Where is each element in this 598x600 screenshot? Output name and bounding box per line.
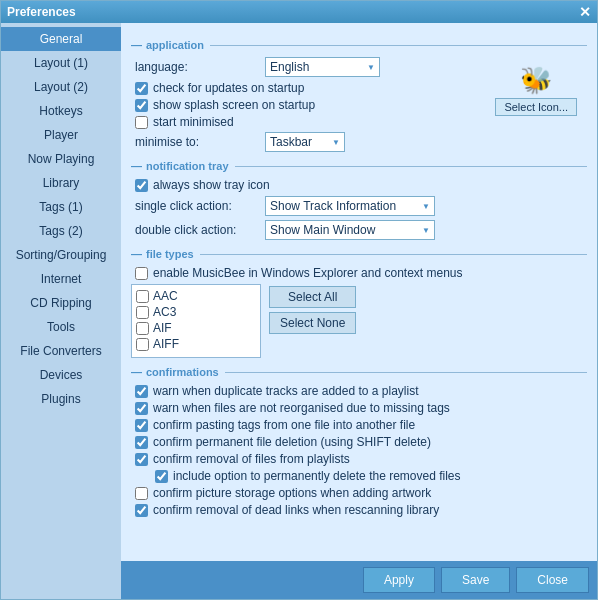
start-minimised-label: start minimised [153, 115, 234, 129]
confirm-checkbox-3[interactable] [135, 436, 148, 449]
file-type-aif-label: AIF [153, 321, 172, 335]
enable-explorer-label: enable MusicBee in Windows Explorer and … [153, 266, 463, 280]
start-minimised-checkbox[interactable] [135, 116, 148, 129]
file-type-aiff-checkbox[interactable] [136, 338, 149, 351]
double-click-row: double click action: Show Main Window ▼ [131, 220, 587, 240]
show-splash-checkbox[interactable] [135, 99, 148, 112]
confirm-item-0: warn when duplicate tracks are added to … [131, 384, 587, 398]
confirm-item-7: confirm removal of dead links when resca… [131, 503, 587, 517]
single-click-label: single click action: [135, 199, 265, 213]
sidebar-item-tags2[interactable]: Tags (2) [1, 219, 121, 243]
select-none-button[interactable]: Select None [269, 312, 356, 334]
file-type-aac-checkbox[interactable] [136, 290, 149, 303]
sidebar-item-library[interactable]: Library [1, 171, 121, 195]
close-button[interactable]: Close [516, 567, 589, 593]
file-type-aac: AAC [136, 289, 256, 303]
title-bar: Preferences ✕ [1, 1, 597, 23]
sidebar-item-tools[interactable]: Tools [1, 315, 121, 339]
language-dropdown-arrow: ▼ [367, 63, 375, 72]
content-area: General Layout (1) Layout (2) Hotkeys Pl… [1, 23, 597, 599]
notification-section-header: notification tray [131, 160, 587, 172]
minimise-dropdown-arrow: ▼ [332, 138, 340, 147]
sidebar-item-layout1[interactable]: Layout (1) [1, 51, 121, 75]
single-click-arrow: ▼ [422, 202, 430, 211]
enable-explorer-checkbox[interactable] [135, 267, 148, 280]
language-label: language: [135, 60, 265, 74]
double-click-select[interactable]: Show Main Window ▼ [265, 220, 435, 240]
file-buttons: Select All Select None [269, 284, 356, 358]
minimise-to-value: Taskbar [270, 135, 312, 149]
sidebar-item-fileconverters[interactable]: File Converters [1, 339, 121, 363]
confirm-item-5: include option to permanently delete the… [131, 469, 587, 483]
sidebar-item-hotkeys[interactable]: Hotkeys [1, 99, 121, 123]
sidebar-item-cdripping[interactable]: CD Ripping [1, 291, 121, 315]
main-panel: application 🐝 Select Icon... language: E… [121, 23, 597, 599]
double-click-value: Show Main Window [270, 223, 375, 237]
sidebar-item-general[interactable]: General [1, 27, 121, 51]
start-minimised-row: start minimised [131, 115, 587, 129]
sidebar-item-internet[interactable]: Internet [1, 267, 121, 291]
double-click-arrow: ▼ [422, 226, 430, 235]
confirm-label-4: confirm removal of files from playlists [153, 452, 350, 466]
apply-button[interactable]: Apply [363, 567, 435, 593]
check-updates-label: check for updates on startup [153, 81, 304, 95]
minimise-to-select[interactable]: Taskbar ▼ [265, 132, 345, 152]
confirm-label-3: confirm permanent file deletion (using S… [153, 435, 431, 449]
confirm-item-4: confirm removal of files from playlists [131, 452, 587, 466]
save-button[interactable]: Save [441, 567, 510, 593]
file-type-ac3: AC3 [136, 305, 256, 319]
confirm-label-1: warn when files are not reorganised due … [153, 401, 450, 415]
close-window-button[interactable]: ✕ [579, 4, 591, 20]
file-type-aif-checkbox[interactable] [136, 322, 149, 335]
confirm-item-6: confirm picture storage options when add… [131, 486, 587, 500]
window-title: Preferences [7, 5, 76, 19]
sidebar: General Layout (1) Layout (2) Hotkeys Pl… [1, 23, 121, 599]
double-click-label: double click action: [135, 223, 265, 237]
file-types-section-header: file types [131, 248, 587, 260]
confirm-checkbox-2[interactable] [135, 419, 148, 432]
language-value: English [270, 60, 309, 74]
select-all-button[interactable]: Select All [269, 286, 356, 308]
sidebar-item-tags1[interactable]: Tags (1) [1, 195, 121, 219]
confirm-item-3: confirm permanent file deletion (using S… [131, 435, 587, 449]
confirm-checkbox-6[interactable] [135, 487, 148, 500]
file-type-aac-label: AAC [153, 289, 178, 303]
bottom-bar: Apply Save Close [121, 561, 597, 599]
bee-icon: 🐝 [520, 65, 552, 96]
sidebar-item-nowplaying[interactable]: Now Playing [1, 147, 121, 171]
preferences-window: Preferences ✕ General Layout (1) Layout … [0, 0, 598, 600]
confirm-checkbox-4[interactable] [135, 453, 148, 466]
confirm-label-6: confirm picture storage options when add… [153, 486, 431, 500]
confirm-label-7: confirm removal of dead links when resca… [153, 503, 439, 517]
minimise-to-label: minimise to: [135, 135, 265, 149]
settings-content: application 🐝 Select Icon... language: E… [121, 23, 597, 561]
file-types-area: AAC AC3 AIF AIFF [131, 284, 587, 358]
select-icon-button[interactable]: Select Icon... [495, 98, 577, 116]
confirm-checkbox-0[interactable] [135, 385, 148, 398]
bee-icon-area: 🐝 Select Icon... [495, 65, 577, 116]
minimise-to-row: minimise to: Taskbar ▼ [131, 132, 587, 152]
sidebar-item-plugins[interactable]: Plugins [1, 387, 121, 411]
confirm-checkbox-1[interactable] [135, 402, 148, 415]
sidebar-item-layout2[interactable]: Layout (2) [1, 75, 121, 99]
single-click-row: single click action: Show Track Informat… [131, 196, 587, 216]
always-show-tray-checkbox[interactable] [135, 179, 148, 192]
confirmations-section-header: confirmations [131, 366, 587, 378]
confirm-checkbox-5[interactable] [155, 470, 168, 483]
confirm-label-5: include option to permanently delete the… [173, 469, 461, 483]
confirm-item-2: confirm pasting tags from one file into … [131, 418, 587, 432]
sidebar-item-devices[interactable]: Devices [1, 363, 121, 387]
sidebar-item-sorting[interactable]: Sorting/Grouping [1, 243, 121, 267]
confirm-checkbox-7[interactable] [135, 504, 148, 517]
sidebar-item-player[interactable]: Player [1, 123, 121, 147]
single-click-select[interactable]: Show Track Information ▼ [265, 196, 435, 216]
file-type-ac3-checkbox[interactable] [136, 306, 149, 319]
application-section-header: application [131, 39, 587, 51]
single-click-value: Show Track Information [270, 199, 396, 213]
file-list: AAC AC3 AIF AIFF [131, 284, 261, 358]
file-type-aiff: AIFF [136, 337, 256, 351]
file-type-aif: AIF [136, 321, 256, 335]
check-updates-checkbox[interactable] [135, 82, 148, 95]
always-show-tray-row: always show tray icon [131, 178, 587, 192]
language-select[interactable]: English ▼ [265, 57, 380, 77]
